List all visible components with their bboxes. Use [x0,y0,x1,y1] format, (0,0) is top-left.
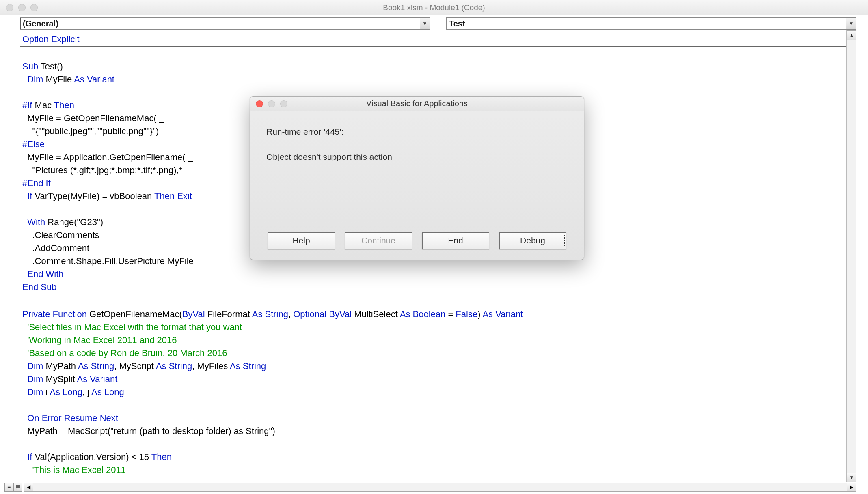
close-button[interactable] [6,4,13,11]
view-buttons: ≡ ▤ [4,483,22,492]
dialog-title: Visual Basic for Applications [250,99,584,108]
scroll-left-icon[interactable]: ◀ [24,483,33,491]
error-code-text: Run-time error '445': [266,125,568,139]
code-text: #If [22,100,32,110]
code-text: VarType(MyFile) = vbBoolean [32,191,154,201]
error-dialog: Visual Basic for Applications Run-time e… [250,96,584,260]
chevron-down-icon: ▼ [846,18,856,29]
window-titlebar: Book1.xlsm - Module1 (Code) [0,0,868,15]
code-text: Private Function [22,309,87,319]
dialog-close-button[interactable] [256,100,263,107]
code-text: Dim [22,387,43,397]
code-text: Dim [22,74,43,84]
code-text: As Long [91,387,124,397]
code-comment: 'This is Mac Excel 2011 [22,465,126,475]
code-text: MyFile = GetOpenFilenameMac( _ [22,113,164,123]
code-text: = [445,309,456,319]
code-text: , [288,309,293,319]
code-text: With [22,217,45,227]
code-text: MySplit [43,374,77,384]
code-text: If [22,452,32,462]
code-text: Range("G23") [45,217,103,227]
code-comment: 'Select files in Mac Excel with the form… [22,322,242,332]
code-comment: 'Based on a code by Ron de Bruin, 20 Mar… [22,348,227,358]
minimize-button[interactable] [18,4,26,11]
vertical-scrollbar[interactable]: ▲ ▼ [846,30,856,482]
dialog-traffic-lights [250,100,287,107]
object-dropdown[interactable]: (General) ▼ [20,17,430,30]
code-text: As String [252,309,288,319]
code-text: Dim [22,361,43,371]
code-text: , MyScript [114,361,156,371]
code-text: As Long [50,387,82,397]
scroll-track[interactable] [33,483,847,491]
object-dropdown-value: (General) [20,19,420,28]
code-text: MultiSelect [352,309,400,319]
code-text: MyFile [43,74,74,84]
procedure-separator [20,294,846,294]
code-text: #End If [22,178,51,188]
code-text: .AddComment [22,243,89,253]
code-window: Book1.xlsm - Module1 (Code) (General) ▼ … [0,0,868,494]
code-text: Val(Application.Version) < 15 [32,452,151,462]
code-text: MyPath [43,361,78,371]
code-text: As Variant [77,374,117,384]
code-text: End With [22,269,63,279]
code-text: Optional ByVal [293,309,352,319]
debug-button[interactable]: Debug [499,232,566,249]
code-text: As String [156,361,192,371]
code-text: FileFormat [205,309,252,319]
code-text: Then Exit [154,191,192,201]
help-button[interactable]: Help [268,232,335,249]
code-text: .Comment.Shape.Fill.UserPicture MyFile [22,256,194,266]
dialog-buttons: Help Continue End Debug [250,232,584,249]
code-text: "{""public.jpeg"",""public.png""}") [22,126,159,136]
code-text: Option Explicit [22,34,80,44]
window-title: Book1.xlsm - Module1 (Code) [0,3,868,12]
traffic-lights [0,4,38,11]
chevron-down-icon: ▼ [420,18,430,29]
dialog-body: Run-time error '445': Object doesn't sup… [250,111,584,164]
end-button[interactable]: End [422,232,489,249]
scroll-up-icon[interactable]: ▲ [847,30,856,40]
code-text: Mac [32,100,54,110]
code-text: .ClearComments [22,230,99,240]
code-comment: 'Working in Mac Excel 2011 and 2016 [22,335,177,345]
code-text: GetOpenFilenameMac( [87,309,182,319]
dialog-minimize-button [268,100,275,107]
dialog-titlebar: Visual Basic for Applications [250,97,584,111]
procedure-dropdown[interactable]: Test ▼ [446,17,856,30]
code-text: Sub [22,61,38,71]
code-text: ) [477,309,482,319]
code-text: , MyFiles [192,361,230,371]
code-text: As String [78,361,114,371]
code-text: i [43,387,50,397]
scroll-right-icon[interactable]: ▶ [847,483,856,491]
scroll-down-icon[interactable]: ▼ [847,473,856,482]
horizontal-scrollbar[interactable]: ◀ ▶ [24,483,856,492]
procedure-separator [20,46,846,47]
code-text: MyFile = Application.GetOpenFilename( _ [22,152,193,162]
code-text: End Sub [22,282,56,292]
continue-button: Continue [345,232,412,249]
code-text: If [22,191,32,201]
code-text: , j [82,387,91,397]
code-text: Then [54,100,74,110]
code-text: False [456,309,477,319]
code-text: As Variant [482,309,523,319]
bottom-bar: ≡ ▤ ◀ ▶ [4,482,856,492]
code-text: MyPath = MacScript("return (path to desk… [22,426,275,436]
code-text: As Variant [74,74,114,84]
code-text: Dim [22,374,43,384]
code-text: ByVal [182,309,205,319]
code-text: Then [151,452,172,462]
procedure-view-button[interactable]: ≡ [4,483,13,492]
full-module-view-button[interactable]: ▤ [13,483,22,492]
code-text: As Boolean [400,309,446,319]
zoom-button[interactable] [30,4,38,11]
code-text: On Error Resume Next [22,413,118,423]
procedure-dropdown-value: Test [447,19,846,28]
code-text: Test() [38,61,63,71]
code-text: "Pictures (*.gif;*.jpg;*.bmp;*.tif;*.png… [22,165,182,175]
dialog-zoom-button [280,100,287,107]
